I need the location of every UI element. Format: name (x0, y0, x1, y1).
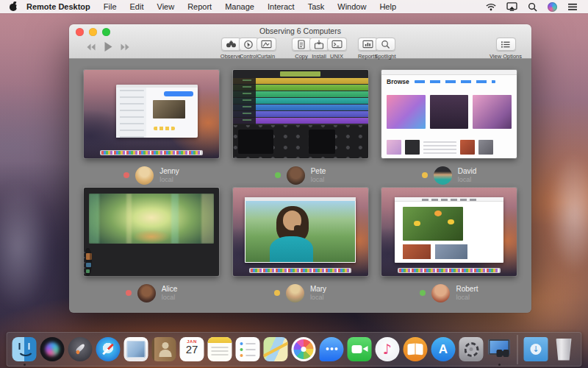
screen-thumbnail-pete-logic[interactable] (233, 70, 368, 158)
menu-interact[interactable]: Interact (261, 0, 301, 13)
dock-photos-icon[interactable] (291, 336, 317, 362)
reports-button[interactable]: Reports (359, 38, 376, 60)
curtain-button[interactable]: Curtain (257, 38, 275, 60)
screen-thumbnail-robert-photos[interactable] (381, 188, 517, 276)
forward-button[interactable] (120, 43, 131, 52)
dock-launchpad-icon[interactable] (68, 336, 93, 362)
screen-thumbnail-mary-photos[interactable] (233, 188, 368, 276)
siri-menu-icon[interactable] (548, 2, 557, 12)
menu-edit[interactable]: Edit (123, 0, 151, 13)
menu-bar: Remote Desktop File Edit View Report Man… (0, 0, 588, 13)
computer-cell-robert: Robert local (381, 188, 517, 303)
computer-label: Robert local (420, 283, 478, 303)
computer-label: Jenny local (123, 165, 179, 185)
play-button[interactable] (103, 41, 113, 52)
menu-file[interactable]: File (97, 0, 123, 13)
computer-name: Alice (162, 285, 178, 294)
computer-location: local (310, 294, 326, 302)
status-dot-mary (274, 290, 280, 296)
menu-manage[interactable]: Manage (218, 0, 261, 13)
view-options-list-icon (501, 40, 511, 49)
dock-appstore-icon[interactable]: A (431, 336, 456, 362)
dock-facetime-icon[interactable] (347, 336, 373, 362)
status-dot-robert (420, 290, 426, 296)
status-dot-david (422, 172, 428, 178)
unix-terminal-icon (331, 40, 343, 49)
observe-button[interactable]: Observe (222, 38, 240, 60)
calendar-day: 27 (186, 344, 198, 355)
computer-name: Mary (310, 285, 326, 294)
reports-chart-icon (362, 40, 373, 49)
avatar-david (434, 166, 452, 185)
computer-cell-pete: Pete local (233, 70, 368, 185)
menu-view[interactable]: View (151, 0, 182, 13)
dock-siri-icon[interactable] (40, 336, 65, 362)
computer-grid: Jenny local Pete local (69, 59, 531, 313)
install-button[interactable]: Install (310, 38, 328, 60)
mini-dock (398, 268, 501, 273)
dock-ibooks-icon[interactable] (403, 336, 429, 362)
computer-name: Robert (456, 285, 478, 294)
dock-contacts-icon[interactable] (151, 336, 177, 362)
dock-system-preferences-icon[interactable] (459, 336, 484, 362)
dock-reminders-icon[interactable] (235, 336, 261, 362)
computer-label: Alice local (126, 283, 178, 303)
computer-label: Pete local (275, 165, 326, 185)
status-dot-pete (275, 172, 281, 178)
menu-app-name[interactable]: Remote Desktop (25, 0, 97, 13)
apple-menu-icon[interactable] (9, 2, 18, 11)
window-title: Observing 6 Computers (69, 26, 531, 35)
reports-group: Reports Spotlight (359, 38, 394, 60)
dock-notes-icon[interactable] (207, 336, 233, 362)
computer-cell-jenny: Jenny local (84, 70, 219, 185)
dock-remote-desktop-icon[interactable] (487, 336, 512, 362)
dock-maps-icon[interactable] (263, 336, 289, 362)
itunes-browse-label: Browse (387, 78, 409, 85)
dock-trash-icon[interactable] (551, 336, 577, 362)
dock-downloads-folder-icon[interactable]: ↓ (523, 336, 549, 362)
screen-thumbnail-jenny-messages[interactable] (84, 70, 219, 158)
menu-help[interactable]: Help (373, 0, 403, 13)
dock-mail-icon[interactable] (123, 336, 149, 362)
avatar-jenny (135, 166, 154, 185)
dock: JAN 27 ♪ A ↓ (7, 332, 582, 367)
wifi-icon[interactable] (486, 3, 496, 11)
spotlight-menu-icon[interactable] (528, 2, 537, 12)
computer-location: local (159, 176, 179, 184)
unix-button[interactable]: UNIX (328, 38, 345, 60)
screen-thumbnail-david-itunes[interactable]: Browse (381, 70, 517, 158)
menu-task[interactable]: Task (301, 0, 331, 13)
computer-location: local (458, 176, 477, 184)
menu-report[interactable]: Report (181, 0, 218, 13)
computer-location: local (162, 294, 178, 302)
copy-group: Copy Install UNIX (293, 38, 345, 60)
avatar-mary (286, 284, 304, 302)
mini-dock (100, 150, 203, 155)
computer-cell-mary: Mary local (233, 188, 368, 303)
copy-button[interactable]: Copy (293, 38, 310, 60)
dock-safari-icon[interactable] (96, 336, 121, 362)
toolbar: Observe Control Curtain (69, 36, 531, 59)
dock-itunes-icon[interactable]: ♪ (375, 336, 401, 362)
photos-mini-window (245, 197, 356, 263)
status-dot-jenny (123, 172, 129, 178)
mini-dock (249, 268, 352, 273)
back-button[interactable] (85, 43, 96, 52)
control-cursor-icon (243, 40, 254, 49)
dock-finder-icon[interactable] (12, 336, 37, 362)
mountain-snow-left (0, 184, 51, 309)
spotlight-button[interactable]: Spotlight (376, 38, 394, 60)
notification-center-icon[interactable] (567, 3, 578, 11)
dock-messages-icon[interactable] (319, 336, 345, 362)
view-options-button[interactable]: View Options (487, 38, 524, 60)
transport-controls (85, 41, 131, 52)
screen-thumbnail-alice-finalcut[interactable] (84, 188, 219, 276)
computer-name: Pete (311, 167, 326, 176)
control-button[interactable]: Control (240, 38, 257, 60)
computer-location: local (456, 294, 478, 302)
menu-window[interactable]: Window (331, 0, 373, 13)
screen-sharing-icon[interactable] (506, 2, 517, 11)
computer-location: local (311, 176, 326, 184)
computer-cell-alice: Alice local (84, 188, 219, 303)
dock-calendar-icon[interactable]: JAN 27 (179, 336, 205, 362)
